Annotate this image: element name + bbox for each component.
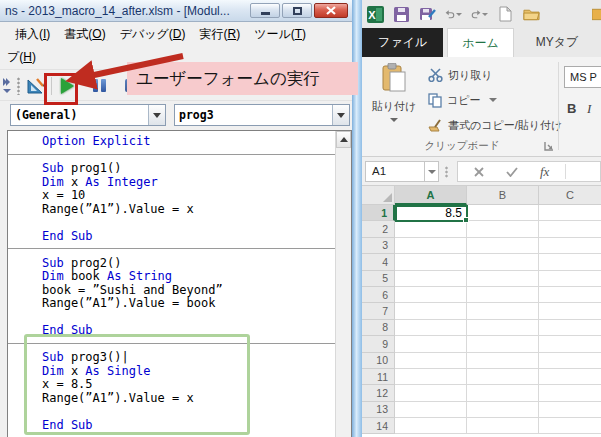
select-all-corner[interactable] [362, 186, 395, 205]
enter-icon[interactable] [506, 167, 518, 177]
menu-item-t[interactable]: ツール(T) [247, 24, 313, 45]
cell-b13[interactable] [467, 402, 539, 418]
close-button[interactable] [314, 3, 348, 18]
paste-button[interactable]: 貼り付け [366, 63, 422, 149]
column-header-c[interactable]: C [539, 186, 601, 205]
cell-b14[interactable] [467, 418, 539, 434]
paste-dropdown-icon[interactable] [390, 118, 398, 122]
cell-b2[interactable] [467, 221, 539, 237]
cell-a11[interactable] [395, 369, 467, 385]
cell-c7[interactable] [539, 303, 601, 319]
cell-c8[interactable] [539, 320, 601, 336]
bold-button[interactable]: B [567, 101, 576, 116]
break-button[interactable] [87, 74, 111, 98]
row-header-12[interactable]: 12 [362, 385, 395, 401]
format-painter-button[interactable]: 書式のコピー/貼り付け [428, 115, 562, 135]
cell-a9[interactable] [395, 336, 467, 352]
cell-b1[interactable] [467, 205, 539, 221]
procedure-dropdown-button[interactable] [332, 105, 349, 125]
cell-a7[interactable] [395, 303, 467, 319]
column-header-a[interactable]: A [395, 186, 467, 205]
tab-home[interactable]: ホーム [447, 28, 514, 57]
procedure-dropdown[interactable]: prog3 [174, 104, 350, 126]
row-header-11[interactable]: 11 [362, 369, 395, 385]
restore-button[interactable] [282, 3, 312, 18]
excel-logo-icon[interactable]: X [367, 6, 384, 23]
menu-item-i[interactable]: 挿入(I) [8, 24, 57, 45]
formula-bar-grip-dots[interactable] [445, 166, 448, 178]
cell-c13[interactable] [539, 402, 601, 418]
tab-file[interactable]: ファイル [362, 28, 443, 57]
cell-b12[interactable] [467, 385, 539, 401]
row-header-3[interactable]: 3 [362, 238, 395, 254]
object-dropdown-button[interactable] [148, 105, 165, 125]
cell-c5[interactable] [539, 271, 601, 287]
redo-dropdown-icon[interactable] [482, 13, 488, 16]
scroll-up-button[interactable] [336, 131, 351, 148]
row-header-14[interactable]: 14 [362, 418, 395, 434]
cell-a8[interactable] [395, 320, 467, 336]
save-as-icon[interactable] [419, 6, 436, 23]
row-header-9[interactable]: 9 [362, 336, 395, 352]
cell-a12[interactable] [395, 385, 467, 401]
open-folder-icon[interactable] [523, 6, 540, 23]
cell-c11[interactable] [539, 369, 601, 385]
fx-icon[interactable]: fx [540, 164, 549, 180]
cell-b5[interactable] [467, 271, 539, 287]
menu-item-d[interactable]: デバッグ(D) [113, 24, 193, 45]
tab-insert[interactable]: 挿入 [592, 28, 601, 57]
partial-toolbar-icon[interactable] [592, 6, 601, 23]
redo-icon[interactable] [471, 6, 488, 23]
cell-b7[interactable] [467, 303, 539, 319]
cut-button[interactable]: 切り取り [428, 65, 493, 85]
row-header-6[interactable]: 6 [362, 287, 395, 303]
cell-c1[interactable] [539, 205, 601, 221]
toolbar-overflow-handle[interactable] [0, 74, 13, 98]
name-box[interactable]: A1 [365, 161, 425, 182]
row-header-13[interactable]: 13 [362, 402, 395, 418]
cancel-icon[interactable] [474, 167, 484, 177]
row-header-2[interactable]: 2 [362, 221, 395, 237]
copy-button[interactable]: コピー [428, 90, 497, 110]
row-header-10[interactable]: 10 [362, 353, 395, 369]
cell-c10[interactable] [539, 353, 601, 369]
cell-b10[interactable] [467, 353, 539, 369]
cell-a14[interactable] [395, 418, 467, 434]
row-header-1[interactable]: 1 [362, 205, 395, 221]
menu-item-h[interactable]: プ(H) [0, 47, 43, 68]
cell-c12[interactable] [539, 385, 601, 401]
row-header-5[interactable]: 5 [362, 271, 395, 287]
cell-b3[interactable] [467, 238, 539, 254]
font-name-box[interactable]: MS P [564, 66, 601, 88]
cell-c14[interactable] [539, 418, 601, 434]
cell-b11[interactable] [467, 369, 539, 385]
formula-bar[interactable]: fx [457, 161, 601, 182]
cell-a2[interactable] [395, 221, 467, 237]
row-header-7[interactable]: 7 [362, 303, 395, 319]
undo-icon[interactable] [445, 6, 462, 23]
cell-a1[interactable]: 8.5 [395, 205, 467, 221]
dialog-launcher-icon[interactable] [544, 141, 554, 151]
minimize-button[interactable] [250, 3, 280, 18]
cell-a3[interactable] [395, 238, 467, 254]
cell-c4[interactable] [539, 254, 601, 270]
new-file-icon[interactable] [497, 6, 514, 23]
save-icon[interactable] [393, 6, 410, 23]
cell-b8[interactable] [467, 320, 539, 336]
cell-a13[interactable] [395, 402, 467, 418]
cell-c2[interactable] [539, 221, 601, 237]
cell-c6[interactable] [539, 287, 601, 303]
column-header-b[interactable]: B [467, 186, 539, 205]
cell-a10[interactable] [395, 353, 467, 369]
name-box-dropdown[interactable] [425, 161, 439, 182]
row-header-4[interactable]: 4 [362, 254, 395, 270]
undo-dropdown-icon[interactable] [456, 13, 462, 16]
cell-b4[interactable] [467, 254, 539, 270]
cell-a5[interactable] [395, 271, 467, 287]
copy-dropdown-icon[interactable] [489, 98, 497, 102]
object-dropdown[interactable]: (General) [10, 104, 166, 126]
code-editor-pane[interactable]: Option ExplicitSub prog1()Dim x As Integ… [7, 130, 352, 437]
cell-c3[interactable] [539, 238, 601, 254]
menu-item-o[interactable]: 書式(O) [57, 24, 112, 45]
code-scrollbar[interactable] [335, 131, 351, 437]
